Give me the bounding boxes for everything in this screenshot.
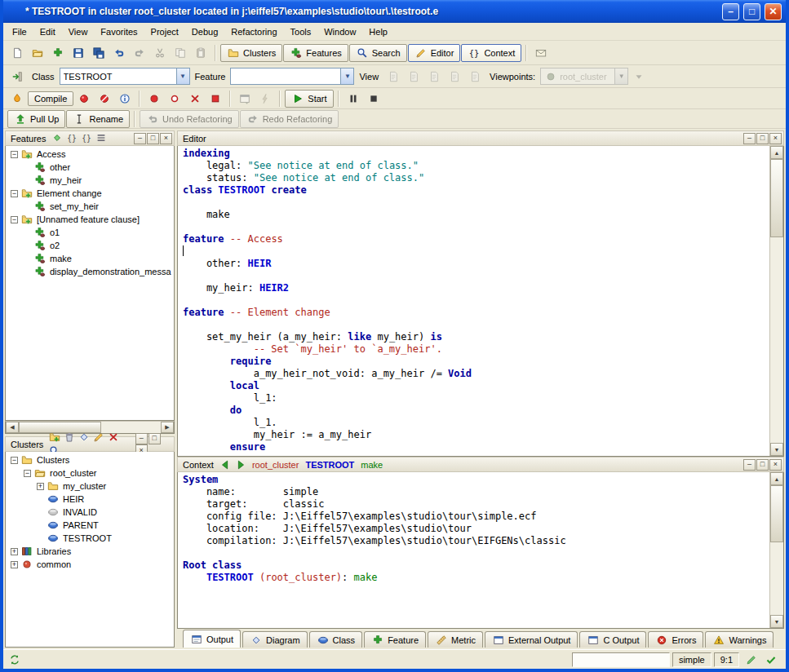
alias-icon-button[interactable]: {} (79, 131, 94, 144)
clusters-panel-restore-button[interactable]: □ (148, 433, 161, 444)
tree-item-invalid[interactable]: INVALID (6, 506, 174, 519)
collapse-icon[interactable]: − (11, 151, 18, 158)
menu-edit[interactable]: Edit (33, 24, 62, 39)
collapse-icon[interactable]: − (11, 457, 18, 464)
menu-view[interactable]: View (62, 24, 95, 39)
scrollbar-thumb[interactable] (770, 159, 783, 237)
expand-icon[interactable]: + (37, 483, 44, 490)
stop-icon-button[interactable] (364, 90, 383, 108)
scroll-right-icon[interactable]: ▶ (161, 422, 174, 433)
close-button[interactable]: ✕ (765, 3, 782, 20)
breakpoints-disable-icon-button[interactable] (165, 90, 184, 108)
tree-item-o2[interactable]: o2 (6, 239, 174, 252)
history-forward-button[interactable] (233, 458, 248, 471)
history-back-button[interactable] (218, 458, 233, 471)
features-panel-minimize-button[interactable]: – (134, 133, 146, 144)
context-panel-restore-button[interactable]: □ (756, 459, 769, 471)
send-to-icon-button[interactable] (531, 44, 551, 62)
breadcrumb-root-cluster[interactable]: root_cluster (249, 460, 302, 470)
save-icon-button[interactable] (69, 44, 88, 62)
viewpoints-combo-dropdown-icon[interactable]: ▼ (614, 69, 627, 84)
collapse-icon[interactable]: − (11, 216, 18, 223)
features-horizontal-scrollbar[interactable]: ◀ ▶ (5, 421, 175, 434)
pull-up-button[interactable]: Pull Up (7, 110, 65, 128)
context-panel-close-button[interactable]: × (769, 459, 782, 471)
editor-button[interactable]: Editor (408, 44, 461, 62)
tab-class[interactable]: Class (309, 631, 363, 648)
scroll-down-icon[interactable]: ▼ (770, 615, 783, 628)
menu-debug[interactable]: Debug (185, 24, 224, 39)
tab-errors[interactable]: Errors (648, 631, 703, 648)
tree-item-my-cluster[interactable]: +my_cluster (6, 480, 174, 493)
breadcrumb-testroot[interactable]: TESTROOT (302, 460, 357, 470)
saved-icon-button[interactable] (761, 651, 781, 669)
search-button[interactable]: Search (349, 44, 407, 62)
editor-panel-close-button[interactable]: × (769, 133, 782, 144)
tree-item-make[interactable]: make (6, 252, 174, 265)
tree-item-element-change[interactable]: −Element change (6, 187, 174, 200)
menu-help[interactable]: Help (362, 24, 394, 39)
scrollbar-thumb[interactable] (770, 485, 783, 542)
scroll-up-icon[interactable]: ▲ (770, 472, 783, 485)
minimize-button[interactable]: – (722, 3, 739, 20)
context-button[interactable]: {}Context (461, 44, 521, 62)
feature-tool-icon-button[interactable] (50, 131, 64, 144)
tree-item-o1[interactable]: o1 (6, 226, 174, 239)
new-window-icon-button[interactable] (7, 44, 27, 62)
tree-item-common[interactable]: +common (6, 558, 174, 571)
rename-button[interactable]: Rename (66, 110, 130, 128)
tree-item-access[interactable]: −Access (6, 148, 174, 161)
open-file-icon-button[interactable] (28, 44, 47, 62)
start-button[interactable]: Start (285, 90, 333, 108)
features-button[interactable]: Features (283, 44, 348, 62)
maximize-button[interactable]: □ (743, 3, 760, 20)
tree-item-my-heir[interactable]: my_heir (6, 174, 174, 187)
compile-button[interactable]: Compile (28, 91, 73, 106)
clusters-button[interactable]: Clusters (220, 44, 282, 62)
tab-metric[interactable]: Metric (428, 631, 483, 648)
tree-item-libraries[interactable]: +Libraries (6, 545, 174, 558)
tree-item-root-cluster[interactable]: −root_cluster (6, 466, 174, 480)
class-tool-icon-button[interactable] (7, 68, 27, 86)
stop-points-icon-button[interactable] (206, 90, 225, 108)
menu-tools[interactable]: Tools (284, 24, 318, 39)
features-panel-restore-button[interactable]: □ (147, 133, 159, 144)
freeze-icon-button[interactable] (74, 90, 94, 108)
expand-icon[interactable]: + (11, 561, 18, 568)
viewpoints-combo[interactable]: root_cluster▼ (540, 68, 628, 85)
tab-feature[interactable]: Feature (364, 631, 426, 648)
scroll-up-icon[interactable]: ▲ (770, 146, 783, 159)
editor-panel-restore-button[interactable]: □ (756, 133, 769, 144)
edit-mode-icon-button[interactable] (742, 651, 761, 669)
menu-favorites[interactable]: Favorites (94, 24, 144, 39)
class-combo[interactable]: TESTROOT▼ (60, 68, 190, 85)
scrollbar-thumb[interactable] (19, 422, 101, 433)
tab-external-output[interactable]: External Output (485, 631, 578, 648)
melt-icon-button[interactable] (7, 90, 27, 108)
menu-window[interactable]: Window (317, 24, 362, 39)
tab-warnings[interactable]: Warnings (705, 631, 773, 648)
clusters-panel-minimize-button[interactable]: – (135, 433, 148, 444)
context-vertical-scrollbar[interactable]: ▲ ▼ (769, 472, 783, 628)
expand-icon[interactable]: + (11, 548, 18, 555)
finalize-icon-button[interactable] (95, 90, 114, 108)
info-icon-button[interactable] (115, 90, 135, 108)
editor-vertical-scrollbar[interactable]: ▲ ▼ (769, 146, 783, 456)
tab-output[interactable]: Output (183, 630, 241, 648)
tree-item-clusters[interactable]: −Clusters (6, 453, 174, 466)
braces-icon-button[interactable]: {} (64, 131, 79, 144)
tree-item-parent[interactable]: PARENT (6, 519, 174, 532)
menu-file[interactable]: File (6, 24, 33, 39)
breakpoints-remove-icon-button[interactable] (185, 90, 205, 108)
context-panel-minimize-button[interactable]: – (743, 459, 756, 471)
tree-item-testroot[interactable]: TESTROOT (6, 532, 174, 545)
breakpoints-enable-icon-button[interactable] (144, 90, 164, 108)
class-combo-dropdown-icon[interactable]: ▼ (176, 69, 189, 84)
list-view-icon-button[interactable] (94, 131, 109, 144)
editor-panel-minimize-button[interactable]: – (743, 133, 756, 144)
breadcrumb-make[interactable]: make (357, 460, 386, 470)
tab-c-output[interactable]: C Output (579, 631, 646, 648)
scroll-left-icon[interactable]: ◀ (6, 422, 19, 433)
save-all-icon-button[interactable] (89, 44, 109, 62)
tree-item-set-my-heir[interactable]: set_my_heir (6, 200, 174, 213)
